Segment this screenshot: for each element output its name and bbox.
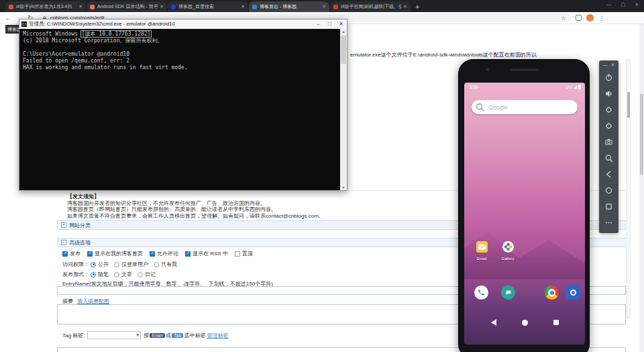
back-nav-icon[interactable] xyxy=(491,319,496,326)
tab-close-icon[interactable]: ✕ xyxy=(403,4,407,9)
chrome-icon[interactable] xyxy=(545,285,559,300)
checkbox-pin-top[interactable]: 置顶 xyxy=(235,250,253,257)
power-icon[interactable] xyxy=(599,69,619,85)
radio-label[interactable]: 公开 xyxy=(98,261,109,268)
search-icon xyxy=(476,103,485,112)
scrollbar-thumb[interactable] xyxy=(341,36,346,64)
tab-label: 博客园_百度搜索 xyxy=(178,3,239,10)
close-window-icon[interactable]: ✕ xyxy=(611,61,615,69)
section-advanced-label: 高级选项 xyxy=(69,239,91,247)
checkbox-icon[interactable] xyxy=(150,251,155,257)
overview-nav-icon[interactable] xyxy=(553,320,559,325)
radio-essay[interactable] xyxy=(91,272,96,277)
tab-close-icon[interactable]: ✕ xyxy=(322,4,326,9)
screenshot-icon[interactable] xyxy=(599,134,619,150)
dock xyxy=(464,285,585,300)
tab-favicon xyxy=(333,5,338,9)
checkbox-icon[interactable] xyxy=(62,251,68,257)
desktop: { "browser": { "tabs": [ { "label": "i4助… xyxy=(0,0,644,352)
notice-line: 博客园首页（即网站首页）只能发布原创的、高质量的、能让读者从中学到东西的内容。 xyxy=(67,206,324,213)
google-search-label: Google xyxy=(488,104,508,111)
tab-i4-official[interactable]: i4助手官网|刷机越狱|下载、使用 ✕ xyxy=(330,1,411,12)
menu-kebab-icon[interactable] xyxy=(598,15,604,21)
checkbox-icon[interactable] xyxy=(235,251,240,257)
radio-label[interactable]: 随笔 xyxy=(98,271,109,278)
app-gallery[interactable]: Gallery xyxy=(499,241,517,261)
browser-window-controls: — ▢ ✕ xyxy=(607,2,639,7)
overview-icon[interactable] xyxy=(599,198,619,214)
tab-close-icon[interactable]: ✕ xyxy=(241,4,245,9)
scroll-down-icon[interactable]: ▼ xyxy=(340,185,347,190)
rotate-right-icon[interactable] xyxy=(599,118,619,134)
tab-close-icon[interactable]: ✕ xyxy=(160,4,164,9)
checkbox-label: 发布 xyxy=(70,250,80,257)
minimize-window-icon[interactable]: — xyxy=(607,2,612,7)
tab-baidu-search[interactable]: 博客园_百度搜索 ✕ xyxy=(168,1,248,12)
phone-nav-bar xyxy=(464,319,585,326)
tab-i4-forum[interactable]: i4助手|Ai开发者为1月3-4日 ✕ xyxy=(5,1,86,12)
checkbox-publish[interactable]: 发布 xyxy=(62,250,80,257)
cmd-scrollbar[interactable]: ▲ ▼ xyxy=(340,29,347,190)
checkbox-show-on-homepage[interactable]: 显示在我的博客首页 xyxy=(87,250,143,257)
radio-label[interactable]: 只有我 xyxy=(161,261,177,268)
tab-cnblogs-admin[interactable]: 博客后台 - 博客园 ✕ xyxy=(249,1,329,12)
radio-public[interactable] xyxy=(91,262,96,267)
radio-logged-in-only[interactable] xyxy=(114,262,119,267)
bookmark-star-icon[interactable]: ☆ xyxy=(561,15,566,21)
radio-label[interactable]: 文章 xyxy=(121,271,132,278)
scroll-up-icon[interactable]: ▲ xyxy=(340,29,347,34)
new-tab-button[interactable]: + xyxy=(415,3,419,11)
maximize-window-icon[interactable]: □ xyxy=(324,19,335,29)
back-icon[interactable]: ← xyxy=(5,13,11,24)
volume-icon[interactable] xyxy=(599,85,619,101)
cmd-selected-text: [版本 10.0.17763.1282] xyxy=(81,31,152,37)
rotate-left-icon[interactable] xyxy=(599,101,619,118)
expand-icon[interactable]: + xyxy=(61,222,66,228)
zoom-icon[interactable] xyxy=(599,150,619,166)
profile-avatar[interactable] xyxy=(586,14,594,21)
checkbox-icon[interactable] xyxy=(87,251,93,257)
cmd-titlebar[interactable]: C:\ 管理员: C:\WINDOWS\system32\cmd.exe - e… xyxy=(19,19,347,29)
browser-tabstrip: i4助手|Ai开发者为1月3-4日 ✕ Android SDK 目录结构 - 简… xyxy=(0,0,644,12)
tab-android-sdk[interactable]: Android SDK 目录结构 - 简书 ✕ xyxy=(87,1,167,12)
access-permission-row: 访问权限： 公开 仅登录用户 只有我 xyxy=(62,261,177,268)
checkbox-label: 置顶 xyxy=(242,250,253,257)
phone-screen[interactable]: 5:58 LTE Google Email Gallery xyxy=(464,83,585,345)
radio-label[interactable]: 仅登录用户 xyxy=(121,261,148,268)
more-icon[interactable] xyxy=(599,214,619,230)
cmd-title-text: 管理员: C:\WINDOWS\system32\cmd.exe - emula… xyxy=(29,21,175,28)
radio-article[interactable] xyxy=(114,272,119,277)
close-window-icon[interactable]: ✕ xyxy=(635,2,639,7)
phone-icon[interactable] xyxy=(474,285,488,300)
checkbox-show-in-rss[interactable]: 显示在 RSS 中 xyxy=(185,250,228,257)
radio-label[interactable]: 日记 xyxy=(145,271,156,278)
tag-select[interactable] xyxy=(87,331,141,339)
browser-scrollbar[interactable] xyxy=(639,24,644,352)
scrollbar-thumb[interactable] xyxy=(640,94,643,175)
close-window-icon[interactable]: ✕ xyxy=(335,19,347,29)
checkbox-allow-comments[interactable]: 允许评论 xyxy=(150,250,178,257)
phone-front-camera xyxy=(486,68,489,71)
back-icon[interactable] xyxy=(599,166,619,182)
editor-scrollbar[interactable] xyxy=(626,59,631,318)
collapse-icon[interactable]: - xyxy=(61,240,66,245)
cnblogs-logo-chip[interactable]: 博客园 xyxy=(5,25,19,34)
radio-diary[interactable] xyxy=(138,272,143,277)
tab-close-icon[interactable]: ✕ xyxy=(78,4,83,9)
camera-icon[interactable] xyxy=(566,285,580,300)
manage-tags-link[interactable]: 管理标签 xyxy=(207,332,229,339)
minimize-window-icon[interactable]: – xyxy=(313,19,324,29)
app-label: Gallery xyxy=(499,257,517,261)
cmd-output[interactable]: Microsoft Windows [版本 10.0.17763.1282] (… xyxy=(19,29,340,190)
scrollbar-thumb[interactable] xyxy=(627,92,630,118)
checkbox-icon[interactable] xyxy=(185,251,191,257)
home-nav-icon[interactable] xyxy=(522,320,528,326)
radio-only-me[interactable] xyxy=(154,262,159,267)
home-icon[interactable] xyxy=(599,182,619,198)
app-email[interactable]: Email xyxy=(473,241,490,261)
messages-icon[interactable] xyxy=(501,285,515,300)
google-search-widget[interactable]: Google xyxy=(472,100,578,114)
maximize-window-icon[interactable]: ▢ xyxy=(621,2,626,7)
minimize-window-icon[interactable]: — xyxy=(602,61,607,69)
extensions-icon[interactable] xyxy=(576,15,582,21)
